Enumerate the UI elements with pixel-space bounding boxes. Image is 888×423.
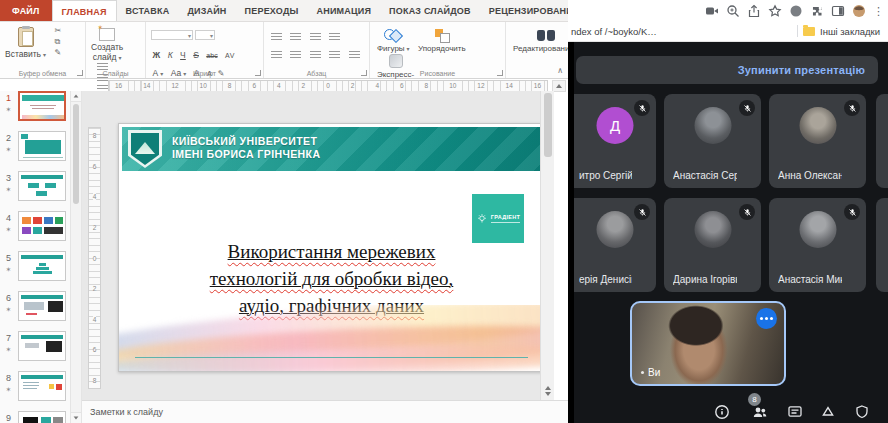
stop-presenting-button[interactable]: Зупинити презентацію (725, 64, 878, 76)
bookmark-star-icon[interactable] (768, 4, 782, 18)
ruler-number: 0 (325, 81, 331, 91)
cut-icon[interactable]: ✂ (55, 26, 62, 36)
paste-button[interactable]: Вставить (5, 26, 46, 59)
numbering-icon[interactable] (290, 33, 301, 41)
shapes-button[interactable]: Фигуры (377, 27, 410, 53)
slide-thumbnail-image[interactable] (18, 251, 66, 281)
character-spacing-button[interactable]: АV (225, 50, 234, 62)
slide-thumbnail-image[interactable] (18, 411, 66, 423)
underline-button[interactable]: Ч (180, 49, 186, 61)
collapse-ribbon-icon[interactable]: ∧ (557, 66, 563, 75)
ribbon-tab[interactable]: ПОКАЗ СЛАЙДОВ (380, 0, 480, 21)
slide-thumbnail[interactable]: 3 ✶ (2, 171, 70, 203)
dialog-launcher-icon[interactable] (255, 70, 261, 76)
ribbon-tab[interactable]: ФАЙЛ (0, 0, 52, 21)
ribbon-tab[interactable]: РЕЦЕНЗИРОВАНИЕ (480, 0, 568, 21)
bookmark-item[interactable]: ndex of /~boyko/K… (571, 26, 797, 37)
slide-thumbnail[interactable]: 5 ✶ (2, 251, 70, 283)
dialog-launcher-icon[interactable] (77, 70, 83, 76)
thumb-scroll-up-button[interactable] (71, 91, 81, 102)
slide-vertical-scrollbar[interactable] (540, 91, 554, 400)
ribbon-tab-label: ВСТАВКА (126, 6, 170, 16)
ribbon-tab[interactable]: АНИМАЦИЯ (308, 0, 381, 21)
scroll-up-button[interactable] (552, 80, 566, 92)
align-center-icon[interactable] (290, 51, 301, 59)
slide-thumbnail-image[interactable] (18, 131, 66, 161)
zoom-icon[interactable] (726, 4, 740, 18)
slide-thumbnail[interactable]: 4 ✶ (2, 211, 70, 243)
arrange-button[interactable]: Упорядочить (418, 27, 466, 53)
adblock-extension-icon[interactable] (789, 4, 803, 18)
thumb-scroll-handle[interactable] (73, 104, 79, 204)
slide-thumbnail[interactable]: 2 ✶ (2, 131, 70, 163)
side-panel-icon[interactable] (831, 4, 845, 18)
new-slide-icon (99, 28, 115, 41)
lightbulb-icon (476, 213, 488, 225)
chat-icon[interactable] (787, 404, 803, 420)
browser-menu-icon[interactable]: ⋮ (873, 4, 881, 18)
new-slide-button[interactable]: Создать слайд (91, 26, 123, 62)
slide-thumbnail[interactable]: 1 ✶ (2, 91, 70, 123)
format-painter-icon[interactable]: ✎ (55, 48, 62, 58)
scroll-handle[interactable] (544, 93, 552, 157)
slide-thumbnail-image[interactable] (18, 91, 66, 121)
notes-pane[interactable]: Заметки к слайду (82, 400, 568, 423)
font-size-select[interactable] (195, 30, 215, 40)
ribbon-tab[interactable]: ПЕРЕХОДЫ (236, 0, 308, 21)
justify-icon[interactable] (329, 51, 340, 59)
ribbon: Вставить ✂ ⧉ ✎ Буфер обмена Создать слай… (0, 22, 568, 79)
participant-tile[interactable]: Анастасія Мико… (769, 198, 866, 292)
slide-thumbnail-image[interactable] (18, 211, 66, 241)
tab-camera-indicator-icon[interactable] (705, 4, 719, 18)
participant-tile[interactable]: Анна Олександ… (769, 94, 866, 188)
participant-name: Анастасія Сергії… (673, 170, 737, 181)
line-spacing-icon[interactable] (310, 33, 321, 41)
participant-tile[interactable]: Дарина Ігорівна … (664, 198, 761, 292)
self-video-tile[interactable]: Ви (630, 301, 786, 386)
slide-thumbnail[interactable]: 8 ✶ (2, 371, 70, 403)
clear-formatting-button[interactable]: abc (206, 50, 217, 62)
meeting-info-icon[interactable] (714, 404, 730, 420)
bold-button[interactable]: Ж (153, 49, 161, 61)
slide-thumbnail-image[interactable] (18, 331, 66, 361)
italic-button[interactable]: К (168, 49, 173, 61)
columns-icon[interactable] (349, 51, 360, 59)
slide-thumbnail-image[interactable] (18, 371, 66, 401)
share-icon[interactable] (747, 4, 761, 18)
other-bookmarks-button[interactable]: Інші закладки (820, 26, 880, 37)
slide-thumbnail[interactable]: 9 ✶ (2, 411, 70, 423)
bullets-icon[interactable] (271, 33, 282, 41)
slide-thumbnail[interactable]: 7 ✶ (2, 331, 70, 363)
align-right-icon[interactable] (310, 51, 321, 59)
strikethrough-button[interactable]: S (193, 49, 199, 61)
ribbon-tab[interactable]: ГЛАВНАЯ (52, 0, 117, 21)
participant-name: Анна Олександ… (778, 170, 842, 181)
profile-avatar[interactable] (852, 4, 866, 18)
participants-icon[interactable] (752, 404, 768, 420)
participant-tile[interactable]: Д итро Сергійо… (574, 94, 656, 188)
slide-thumbnail-image[interactable] (18, 291, 66, 321)
participant-tile[interactable]: Анастасія Сергії… (664, 94, 761, 188)
mic-muted-icon (739, 204, 755, 220)
ribbon-tab[interactable]: ДИЗАЙН (178, 0, 235, 21)
slide-thumbnail[interactable]: 6 ✶ (2, 291, 70, 323)
activities-icon[interactable] (820, 404, 836, 420)
align-left-icon[interactable] (271, 51, 282, 59)
editing-button[interactable]: Редактирование (513, 28, 568, 53)
dialog-launcher-icon[interactable] (497, 70, 503, 76)
extensions-puzzle-icon[interactable] (810, 4, 824, 18)
self-options-button[interactable] (756, 308, 777, 329)
font-name-select[interactable] (151, 30, 193, 40)
participant-row: Д итро Сергійо… Анастасія Сергії… (574, 94, 888, 188)
slide-canvas[interactable]: КИЇВСЬКИЙ УНІВЕРСИТЕТ ІМЕНІ БОРИСА ГРІНЧ… (118, 123, 545, 372)
thumbnail-scrollbar[interactable] (70, 91, 82, 423)
ribbon-tab[interactable]: ВСТАВКА (117, 0, 179, 21)
host-controls-icon[interactable] (854, 404, 870, 420)
participant-tile[interactable]: ерія Денисів… (574, 198, 656, 292)
mic-muted-icon (739, 100, 755, 116)
copy-icon[interactable]: ⧉ (55, 37, 62, 47)
slide-thumbnail-image[interactable] (18, 171, 66, 201)
thumb-scroll-down-button[interactable] (71, 412, 81, 423)
text-direction-icon[interactable] (329, 33, 340, 41)
dialog-launcher-icon[interactable] (361, 70, 367, 76)
